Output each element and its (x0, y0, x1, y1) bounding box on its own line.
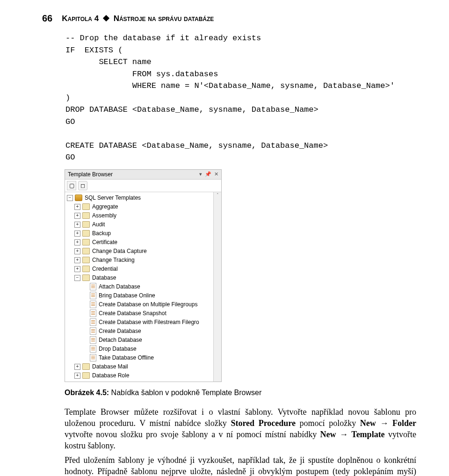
expander-icon[interactable]: + (74, 204, 80, 210)
scroll-up-icon[interactable]: ˄ (217, 192, 219, 198)
folder-icon (82, 203, 90, 210)
tree-item-label: Database Role (92, 372, 129, 379)
tree-item-label: Aggregate (92, 203, 118, 210)
tree-item-label: Credential (92, 266, 118, 272)
tree-folder-expanded[interactable]: −Database (65, 274, 213, 282)
page-header: 66 Kapitola 4 Nástroje na správu databáz… (42, 13, 416, 24)
tree-item-label: Create Database (99, 328, 141, 334)
expander-icon[interactable]: − (74, 275, 80, 281)
p1-bold-2: New (360, 418, 376, 428)
tree-template-item[interactable]: Attach Database (65, 282, 213, 291)
folder-icon (82, 212, 90, 219)
tree-item-label: Bring Database Online (99, 292, 155, 299)
folder-icon (82, 372, 90, 379)
page-number: 66 (42, 13, 52, 24)
tree-folder[interactable]: +Audit (65, 220, 213, 229)
paragraph-2: Před uložením šablony je výhodné ji vyzk… (65, 454, 416, 476)
file-icon (90, 318, 96, 326)
tree-item-label: Certificate (92, 239, 117, 245)
tree-template-item[interactable]: Detach Database (65, 336, 213, 345)
pin-icon[interactable]: 📌 (205, 171, 211, 177)
template-browser-toolbar: ▢ ◻ (65, 180, 221, 192)
template-tree[interactable]: −SQL Server Templates+Aggregate+Assembly… (65, 192, 213, 382)
expander-icon[interactable]: + (74, 213, 80, 219)
p1-bold-4: New (320, 430, 336, 439)
p1-text-c: pomocí položky (296, 418, 360, 428)
p1-bold-3: Folder (392, 418, 416, 428)
expander-icon[interactable]: + (74, 248, 80, 254)
toolbar-icon-2[interactable]: ◻ (78, 181, 87, 190)
arrow-icon: → (376, 418, 392, 428)
tree-template-item[interactable]: Create Database with Filestream Filegro (65, 318, 213, 327)
p1-bold-5: Template (351, 430, 384, 439)
expander-icon[interactable]: + (74, 257, 80, 263)
p1-bold-1: Stored Procedure (231, 418, 296, 428)
template-browser-title: Template Browser (68, 171, 113, 178)
tree-template-item[interactable]: Create Database (65, 327, 213, 336)
tree-item-label: Change Tracking (92, 257, 135, 263)
tree-item-label: Attach Database (99, 283, 140, 290)
tree-template-item[interactable]: Take Database Offline (65, 353, 213, 362)
paragraph-1: Template Browser můžete rozšiřovat i o v… (65, 406, 416, 452)
tree-folder[interactable]: +Credential (65, 265, 213, 274)
tree-template-item[interactable]: Create Database Snapshot (65, 309, 213, 318)
tree-folder[interactable]: +Database Role (65, 371, 213, 380)
scrollbar[interactable]: ˄ (213, 192, 221, 382)
tree-folder[interactable]: +Database Mail (65, 362, 213, 371)
sql-code-block: -- Drop the database if it already exist… (65, 32, 416, 164)
tree-template-item[interactable]: Bring Database Online (65, 291, 213, 300)
p1-text-d: vytvořte novou složku pro svoje šablony … (65, 430, 320, 439)
tree-folder[interactable]: +Change Tracking (65, 256, 213, 265)
file-icon (90, 345, 96, 353)
folder-icon (82, 266, 90, 272)
folder-icon (82, 363, 90, 370)
expander-icon[interactable]: + (74, 239, 80, 245)
tree-item-label: Assembly (92, 212, 116, 219)
tree-item-label: Audit (92, 221, 105, 228)
toolbar-icon-1[interactable]: ▢ (67, 181, 76, 190)
tree-item-label: Detach Database (99, 337, 142, 343)
close-icon[interactable]: ✕ (214, 171, 218, 177)
expander-icon[interactable]: + (74, 231, 80, 237)
tree-item-label: Database Mail (92, 363, 128, 370)
template-browser-window: Template Browser ▾ 📌 ✕ ▢ ◻ −SQL Server T… (65, 169, 222, 382)
tree-item-label: Drop Database (99, 346, 137, 352)
chapter-heading: Kapitola 4 Nástroje na správu databáze (62, 14, 214, 23)
tree-template-item[interactable]: Drop Database (65, 345, 213, 353)
tree-folder[interactable]: +Backup (65, 229, 213, 238)
template-browser-titlebar[interactable]: Template Browser ▾ 📌 ✕ (65, 170, 221, 180)
folder-icon (82, 257, 90, 263)
chapter-label: Kapitola 4 (62, 14, 99, 23)
expander-icon[interactable]: − (67, 195, 73, 201)
folder-icon (82, 274, 90, 281)
arrow-icon: → (336, 430, 352, 439)
expander-icon[interactable]: + (74, 373, 80, 379)
dropdown-icon[interactable]: ▾ (199, 171, 202, 177)
tree-folder[interactable]: +Aggregate (65, 202, 213, 211)
p2-text-a: Před uložením šablony je výhodné ji vyzk… (65, 455, 416, 476)
tree-item-label: Create Database on Multiple Filegroups (99, 301, 197, 308)
tree-template-item[interactable]: Create Database on Multiple Filegroups (65, 300, 213, 309)
diamond-icon (103, 15, 109, 22)
figure-caption: Obrázek 4.5: Nabídka šablon v podokně Te… (65, 389, 416, 397)
expander-icon[interactable]: + (74, 364, 80, 370)
folder-icon (82, 221, 90, 228)
file-icon (90, 301, 96, 308)
figure-caption-text: Nabídka šablon v podokně Template Browse… (111, 389, 262, 397)
chapter-title-text: Nástroje na správu databáze (114, 14, 214, 23)
expander-icon[interactable]: + (74, 266, 80, 272)
file-icon (90, 327, 96, 335)
tree-item-label: SQL Server Templates (85, 195, 141, 201)
tree-root[interactable]: −SQL Server Templates (65, 194, 213, 202)
tree-folder[interactable]: +Assembly (65, 211, 213, 220)
file-icon (90, 310, 96, 317)
server-icon (75, 195, 82, 201)
tree-item-label: Database (92, 274, 116, 281)
folder-icon (82, 248, 90, 254)
figure-template-browser: Template Browser ▾ 📌 ✕ ▢ ◻ −SQL Server T… (65, 169, 416, 382)
tree-item-label: Take Database Offline (99, 354, 154, 361)
expander-icon[interactable]: + (74, 222, 80, 228)
file-icon (90, 336, 96, 344)
tree-folder[interactable]: +Certificate (65, 238, 213, 247)
tree-folder[interactable]: +Change Data Capture (65, 247, 213, 256)
